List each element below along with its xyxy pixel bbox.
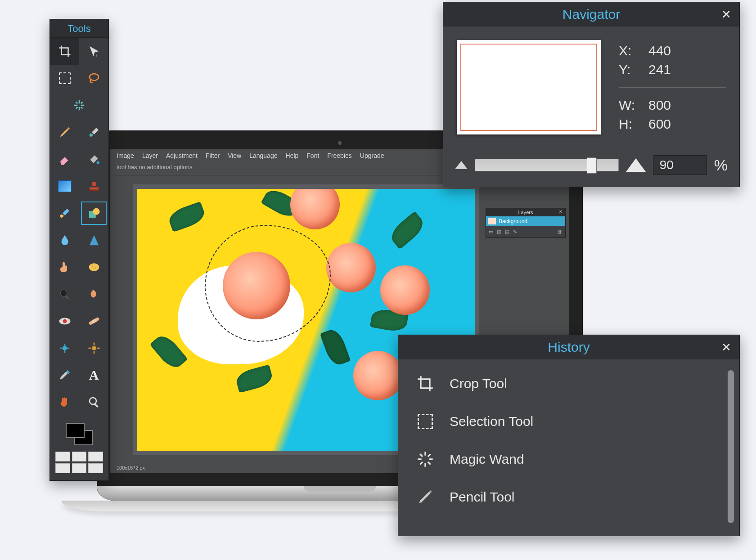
coord-y-label: Y: bbox=[619, 62, 639, 77]
tool-red-eye[interactable] bbox=[50, 308, 79, 335]
menu-freebies[interactable]: Freebies bbox=[327, 152, 351, 159]
tool-lasso[interactable] bbox=[79, 65, 108, 92]
svg-point-11 bbox=[93, 269, 94, 270]
magnifier-icon bbox=[87, 395, 101, 409]
tool-paint-bucket[interactable] bbox=[79, 146, 108, 173]
tool-color-replace[interactable] bbox=[50, 200, 79, 227]
finger-icon bbox=[58, 260, 72, 274]
svg-point-10 bbox=[95, 267, 96, 269]
tool-gradient[interactable] bbox=[50, 173, 79, 200]
tool-bloat[interactable] bbox=[50, 335, 79, 362]
svg-rect-3 bbox=[92, 182, 96, 186]
svg-point-1 bbox=[90, 74, 99, 81]
layout-preset[interactable] bbox=[55, 463, 70, 473]
layout-preset[interactable] bbox=[88, 452, 103, 461]
zoom-in-icon[interactable] bbox=[626, 158, 646, 172]
history-panel[interactable]: History ✕ Crop Tool Selection Tool Magic… bbox=[398, 335, 740, 536]
layer-tool-icon[interactable]: ✎ bbox=[513, 229, 517, 235]
layout-preset[interactable] bbox=[88, 463, 103, 473]
tool-brush[interactable] bbox=[79, 119, 108, 146]
tool-smudge[interactable] bbox=[50, 254, 79, 281]
svg-point-7 bbox=[93, 208, 99, 215]
zoom-input[interactable]: 90 bbox=[653, 155, 707, 175]
history-item-label: Selection Tool bbox=[450, 414, 533, 429]
tool-clone-stamp[interactable] bbox=[79, 173, 108, 200]
lasso-selection[interactable] bbox=[205, 225, 331, 342]
tool-zoom[interactable] bbox=[79, 389, 108, 416]
layer-tool-icon[interactable]: ▧ bbox=[497, 229, 501, 235]
tool-shape[interactable] bbox=[79, 200, 108, 227]
triangle-icon bbox=[87, 233, 101, 247]
history-item-selection[interactable]: Selection Tool bbox=[411, 403, 721, 440]
tool-eyedropper[interactable] bbox=[50, 362, 79, 389]
layer-tool-icon[interactable]: ▭ bbox=[489, 229, 493, 235]
zoom-slider[interactable] bbox=[475, 159, 619, 171]
zoom-out-icon[interactable] bbox=[455, 161, 468, 169]
eyedropper-icon bbox=[58, 368, 72, 382]
navigator-title: Navigator bbox=[562, 7, 620, 22]
navigator-preview[interactable] bbox=[457, 40, 601, 134]
rose-icon bbox=[326, 243, 376, 292]
svg-point-15 bbox=[63, 319, 67, 323]
color-swatches[interactable] bbox=[50, 416, 108, 447]
rose-icon bbox=[353, 351, 403, 400]
menu-view[interactable]: View bbox=[228, 152, 241, 159]
tool-sharpen[interactable] bbox=[79, 227, 108, 254]
menu-language[interactable]: Language bbox=[249, 152, 277, 159]
tool-crop[interactable] bbox=[50, 38, 79, 65]
history-item-pencil[interactable]: Pencil Tool bbox=[411, 478, 721, 516]
layer-tool-icon[interactable]: ▤ bbox=[505, 229, 509, 235]
close-icon[interactable]: ✕ bbox=[721, 341, 731, 353]
foreground-color-swatch[interactable] bbox=[66, 423, 85, 438]
percent-label: % bbox=[714, 157, 728, 174]
layers-toolbar: ▭ ▧ ▤ ✎ 🗑 bbox=[486, 226, 565, 237]
tool-move[interactable]: + bbox=[79, 38, 108, 65]
pencil-icon bbox=[415, 487, 435, 507]
menu-image[interactable]: Image bbox=[117, 152, 134, 159]
coord-x-value: 440 bbox=[648, 43, 671, 58]
history-item-crop[interactable]: Crop Tool bbox=[411, 365, 721, 403]
tool-pencil[interactable] bbox=[50, 119, 79, 146]
crop-icon bbox=[415, 374, 435, 394]
tool-magic-wand[interactable] bbox=[50, 92, 108, 119]
eye-icon bbox=[58, 314, 72, 328]
leaf-icon bbox=[166, 202, 207, 233]
menu-font[interactable]: Font bbox=[306, 152, 319, 159]
coord-h-value: 600 bbox=[648, 116, 671, 132]
tool-pinch[interactable] bbox=[79, 335, 108, 362]
history-item-magic-wand[interactable]: Magic Wand bbox=[411, 440, 721, 478]
layers-panel[interactable]: Layers ✕ Background ▭ ▧ ▤ ✎ 🗑 bbox=[486, 208, 566, 238]
layout-preset[interactable] bbox=[55, 452, 70, 461]
tool-heal[interactable] bbox=[79, 308, 108, 335]
history-scrollbar[interactable] bbox=[728, 370, 734, 523]
trash-icon[interactable]: 🗑 bbox=[558, 229, 562, 235]
svg-point-9 bbox=[91, 265, 93, 267]
magic-wand-icon bbox=[415, 449, 435, 469]
menu-adjustment[interactable]: Adjustment bbox=[166, 152, 198, 159]
layout-preset[interactable] bbox=[72, 452, 87, 461]
menu-filter[interactable]: Filter bbox=[206, 152, 220, 159]
tool-burn[interactable] bbox=[79, 281, 108, 308]
tool-sponge[interactable] bbox=[79, 254, 108, 281]
close-icon[interactable]: ✕ bbox=[721, 9, 731, 20]
brush-icon bbox=[87, 125, 101, 139]
tool-blur[interactable] bbox=[50, 227, 79, 254]
layout-preset[interactable] bbox=[72, 463, 87, 473]
tool-text[interactable]: A bbox=[79, 362, 108, 389]
close-icon[interactable]: ✕ bbox=[559, 209, 562, 214]
zoom-slider-thumb[interactable] bbox=[587, 157, 597, 174]
tool-eraser[interactable] bbox=[50, 146, 79, 173]
tools-panel[interactable]: Tools + bbox=[50, 19, 109, 481]
tool-marquee[interactable] bbox=[50, 65, 79, 92]
svg-point-2 bbox=[96, 161, 99, 164]
menu-upgrade[interactable]: Upgrade bbox=[360, 152, 384, 159]
svg-rect-5 bbox=[89, 190, 99, 192]
navigator-panel[interactable]: Navigator ✕ X:440 Y:241 W:800 H:600 90 % bbox=[443, 2, 740, 187]
color-replace-brush-icon bbox=[58, 206, 72, 220]
menu-help[interactable]: Help bbox=[286, 152, 299, 159]
layer-row[interactable]: Background bbox=[486, 216, 565, 226]
menu-layer[interactable]: Layer bbox=[142, 152, 158, 159]
tool-hand[interactable] bbox=[50, 389, 79, 416]
bandage-icon bbox=[87, 314, 101, 328]
tool-dodge[interactable] bbox=[50, 281, 79, 308]
